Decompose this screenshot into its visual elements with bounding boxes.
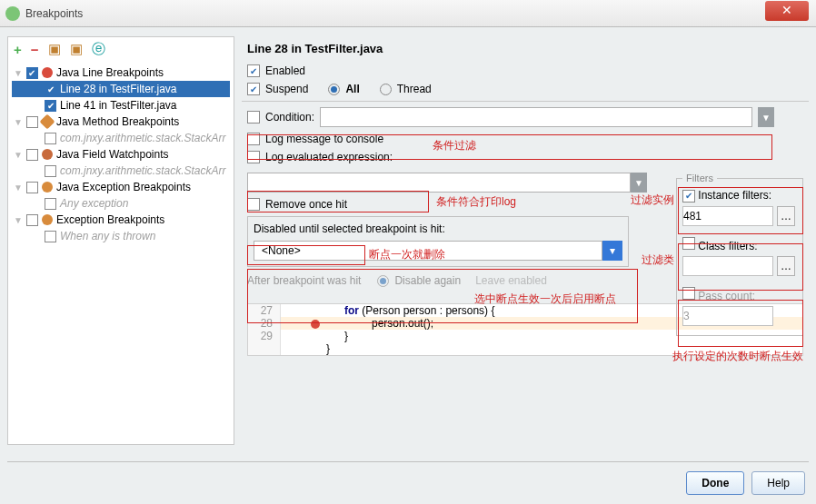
tree-group-label: Java Exception Breakpoints	[56, 181, 191, 193]
panel-header: Line 28 in TestFilter.java	[247, 42, 809, 55]
tree-item-label: Line 41 in TestFilter.java	[60, 99, 177, 112]
class-filters-input[interactable]	[682, 256, 773, 276]
add-breakpoint-icon[interactable]: +	[14, 42, 22, 57]
tree-item-label: Line 28 in TestFilter.java	[60, 83, 177, 95]
code-line: }	[281, 330, 348, 342]
checkbox[interactable]	[45, 231, 56, 242]
suspend-thread-label: Thread	[397, 83, 432, 95]
instance-filters-browse[interactable]: …	[777, 206, 795, 226]
anno-pass: 执行设定的次数时断点生效	[672, 349, 803, 364]
tree-item[interactable]: When any is thrown	[12, 228, 230, 244]
dropdown-icon[interactable]: ▾	[602, 241, 622, 261]
tree-item-label: Any exception	[60, 197, 128, 210]
tree-group-javaexc[interactable]: ▼ Java Exception Breakpoints	[12, 179, 230, 195]
collapse-icon[interactable]: ▼	[14, 68, 23, 78]
checkbox[interactable]: ✔	[45, 100, 56, 112]
tree-group-exc[interactable]: ▼ Exception Breakpoints	[12, 212, 230, 228]
tree-item[interactable]: Any exception	[12, 195, 230, 212]
class-filters-label: Class filters:	[698, 240, 757, 252]
logexpr-checkbox[interactable]	[247, 151, 260, 163]
anno-remove: 断点一次就删除	[369, 247, 445, 262]
class-filters-checkbox[interactable]	[682, 237, 695, 250]
logexpr-input[interactable]	[247, 173, 631, 193]
done-button[interactable]: Done	[686, 471, 744, 495]
window-close-button[interactable]: ✕	[765, 1, 809, 21]
tree-group-label: Java Method Breakpoints	[56, 115, 179, 128]
checkbox[interactable]: ✔	[26, 67, 38, 79]
logmsg-checkbox[interactable]	[247, 133, 260, 145]
app-icon	[5, 6, 20, 21]
after-hit-label: After breakpoint was hit	[247, 274, 361, 287]
anno-class: 过滤类	[642, 252, 674, 268]
collapse-icon[interactable]: ▼	[14, 183, 23, 193]
method-bp-icon	[39, 114, 55, 130]
checkbox[interactable]	[26, 116, 38, 128]
tree-group-field[interactable]: ▼ Java Field Watchpoints	[12, 146, 230, 163]
pass-count-checkbox[interactable]	[682, 287, 695, 300]
checkbox[interactable]	[26, 214, 38, 226]
collapse-icon[interactable]: ▼	[14, 117, 23, 127]
condition-checkbox[interactable]	[247, 111, 260, 124]
disable-again-label: Disable again	[394, 274, 461, 287]
tree-group-line[interactable]: ▼ ✔ Java Line Breakpoints	[12, 64, 230, 81]
breakpoint-details-panel: Line 28 in TestFilter.java Enabled Suspe…	[242, 36, 809, 445]
checkbox[interactable]	[26, 182, 38, 193]
breakpoint-gutter-icon[interactable]	[311, 320, 320, 329]
toolbar-icon-1[interactable]: ▣	[48, 41, 61, 57]
removeonce-label: Remove once hit	[265, 198, 347, 211]
condition-dropdown-icon[interactable]: ▼	[758, 107, 774, 127]
tree-item-line28[interactable]: ✔ Line 28 in TestFilter.java	[12, 81, 230, 97]
breakpoints-tree: ▼ ✔ Java Line Breakpoints ✔ Line 28 in T…	[8, 61, 234, 248]
collapse-icon[interactable]: ▼	[14, 215, 23, 225]
removeonce-checkbox[interactable]	[247, 198, 260, 211]
condition-input[interactable]	[320, 107, 752, 127]
checkbox[interactable]	[45, 133, 56, 144]
toolbar-icon-3[interactable]: ⓔ	[92, 41, 105, 58]
tree-item-line41[interactable]: ✔ Line 41 in TestFilter.java	[12, 97, 230, 114]
gutter: 28	[248, 317, 281, 330]
checkbox[interactable]	[45, 198, 56, 210]
tree-item[interactable]: com.jnxy.arithmetic.stack.StackArr	[12, 130, 230, 146]
checkbox[interactable]	[45, 165, 56, 177]
checkbox[interactable]: ✔	[45, 84, 56, 95]
disable-again-radio[interactable]	[377, 275, 389, 287]
tree-item-label: com.jnxy.arithmetic.stack.StackArr	[60, 132, 225, 144]
exc-bp-icon	[42, 182, 53, 193]
anno-disable: 选中断点生效一次后启用断点	[474, 292, 629, 305]
leave-enabled-label: Leave enabled	[475, 274, 547, 287]
suspend-thread-radio[interactable]	[380, 84, 392, 95]
suspend-all-radio[interactable]	[328, 84, 340, 95]
logexpr-label: Log evaluated expression:	[265, 151, 393, 163]
tree-group-method[interactable]: ▼ Java Method Breakpoints	[12, 114, 230, 130]
help-button[interactable]: Help	[751, 471, 805, 495]
enabled-checkbox[interactable]	[247, 64, 260, 77]
suspend-all-label: All	[345, 83, 359, 95]
enabled-label: Enabled	[265, 64, 305, 77]
exc-bp-icon	[42, 214, 53, 225]
logexpr-dropdown-icon[interactable]: ▼	[631, 173, 647, 193]
toolbar-icon-2[interactable]: ▣	[70, 41, 83, 57]
checkbox[interactable]	[26, 149, 38, 161]
anno-instance: 过滤实例	[631, 193, 674, 208]
condition-label: Condition:	[265, 111, 314, 124]
pass-count-label: Pass count:	[698, 290, 755, 302]
suspend-label: Suspend	[265, 83, 308, 95]
tree-item[interactable]: com.jnxy.arithmetic.stack.StackArr	[12, 163, 230, 179]
instance-filters-label: Instance filters:	[698, 189, 771, 202]
code-line: }	[281, 342, 330, 355]
suspend-checkbox[interactable]	[247, 83, 260, 95]
instance-filters-checkbox[interactable]	[682, 190, 695, 203]
instance-filters-input[interactable]	[682, 206, 773, 226]
filters-panel: Filters Instance filters: … Class filter…	[676, 173, 803, 336]
class-filters-browse[interactable]: …	[777, 256, 795, 276]
filters-legend: Filters	[682, 173, 717, 183]
code-line: person.out();	[281, 317, 433, 330]
remove-breakpoint-icon[interactable]: −	[31, 42, 39, 57]
anno-condition: 条件过滤	[433, 138, 476, 153]
breakpoints-tree-panel: + − ▣ ▣ ⓔ ▼ ✔ Java Line Breakpoints ✔ Li…	[7, 36, 234, 445]
window-title: Breakpoints	[25, 7, 765, 20]
pass-count-input[interactable]	[682, 306, 773, 326]
tree-toolbar: + − ▣ ▣ ⓔ	[8, 37, 234, 61]
collapse-icon[interactable]: ▼	[14, 150, 23, 160]
tree-item-label: com.jnxy.arithmetic.stack.StackArr	[60, 164, 225, 177]
